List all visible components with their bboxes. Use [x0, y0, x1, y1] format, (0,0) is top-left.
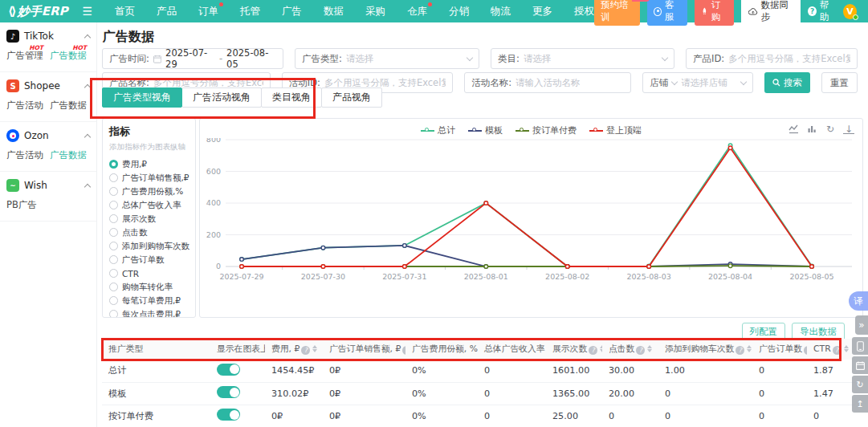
nav-item-distribution[interactable]: 分销	[449, 5, 469, 18]
nav-item-orders[interactable]: 订单	[198, 5, 218, 18]
bar-chart-icon[interactable]	[806, 124, 817, 135]
expand-chevron-tab[interactable]: »	[855, 315, 868, 335]
col-impressions[interactable]: 展示次数?	[546, 339, 602, 360]
metric-option-ad-orders[interactable]: 广告订单数	[109, 253, 189, 266]
legend-marker-icon	[468, 130, 482, 132]
nav-item-authorization[interactable]: 授权	[574, 5, 594, 18]
category-select[interactable]: 类目: 请选择	[491, 48, 674, 69]
sidebar-group-header-wish[interactable]: ∼ Wish	[0, 172, 96, 197]
metric-option-cost[interactable]: 费用,₽	[109, 157, 189, 171]
product-name-input[interactable]	[153, 77, 263, 88]
col-ad-order-sales[interactable]: 广告订单销售额, ₽?	[323, 339, 405, 360]
cell-promo-type: 按订单付费	[102, 405, 210, 427]
search-icon	[772, 79, 780, 87]
show-on-chart-toggle[interactable]	[217, 409, 240, 421]
product-id-input[interactable]	[728, 53, 850, 64]
show-on-chart-toggle[interactable]	[217, 386, 240, 398]
col-ad-orders[interactable]: 广告订单数?	[752, 339, 807, 360]
data-sync-button[interactable]: 数据同步	[741, 0, 801, 26]
upload-widget-icon[interactable]: ↥	[852, 395, 868, 413]
metric-option-add-to-cart[interactable]: 添加到购物车次数	[109, 239, 189, 253]
radio-icon	[109, 201, 118, 209]
sort-icon[interactable]	[844, 345, 849, 353]
metric-option-ctr[interactable]: CTR	[109, 266, 189, 280]
campaign-id-input[interactable]	[324, 77, 446, 88]
col-ctr[interactable]: CTR?	[807, 339, 855, 360]
search-button[interactable]: 搜索	[764, 72, 810, 93]
col-overall-ad-revenue-rate[interactable]: 总体广告收入率?	[478, 339, 546, 360]
col-clicks[interactable]: 点击数?	[602, 339, 658, 360]
metrics-title: 指标	[109, 124, 189, 139]
line-chart-icon[interactable]	[788, 124, 799, 135]
sort-icon[interactable]	[312, 345, 317, 353]
nav-item-home[interactable]: 首页	[115, 5, 135, 18]
legend-item[interactable]: 模板	[468, 124, 503, 136]
refresh-icon[interactable]: ↻	[825, 124, 836, 135]
service-button[interactable]: 客服	[647, 0, 687, 26]
sidebar-item-ozon-ad-data[interactable]: 广告数据	[48, 149, 92, 161]
app-logo[interactable]: ⟨⟩ 妙手ERP ☰	[0, 4, 92, 19]
svg-text:2025-08-05: 2025-08-05	[789, 272, 833, 281]
help-button[interactable]: ? 帮助	[808, 0, 836, 23]
sort-icon[interactable]	[747, 345, 752, 353]
sidebar-item-wish-pb-ads[interactable]: PB广告	[5, 199, 48, 211]
show-on-chart-toggle[interactable]	[217, 364, 240, 376]
ad-type-select[interactable]: 广告类型: 请选择	[295, 48, 479, 69]
metric-option-clicks[interactable]: 点击数	[109, 226, 189, 239]
sidebar-group-header-ozon[interactable]: Ozon	[0, 122, 96, 148]
reset-button[interactable]: 重置	[821, 72, 858, 93]
nav-item-warehouse[interactable]: 仓库	[407, 5, 427, 18]
col-ad-cost-share[interactable]: 广告费用份额, %?	[405, 339, 478, 360]
campaign-name-input[interactable]	[516, 77, 624, 88]
metric-option-cost-per-order[interactable]: 每笔订单费用,₽	[109, 294, 189, 307]
legend-item[interactable]: 登上顶端	[589, 124, 642, 136]
tab-ad-type-view[interactable]: 广告类型视角	[102, 87, 182, 108]
tab-ad-campaign-view[interactable]: 广告活动视角	[181, 87, 262, 108]
tab-category-view[interactable]: 类目视角	[261, 87, 322, 108]
date-from[interactable]: 2025-07-29	[165, 48, 215, 69]
col-add-to-cart[interactable]: 添加到购物车次数?	[658, 339, 752, 360]
sidebar-item-ozon-ad-campaign[interactable]: 广告活动	[5, 149, 48, 161]
sort-icon[interactable]	[600, 345, 602, 353]
nav-item-purchase[interactable]: 采购	[365, 5, 385, 18]
nav-item-ads[interactable]: 广告	[282, 5, 302, 18]
nav-item-more[interactable]: 更多	[532, 5, 552, 18]
sidebar-item-tiktok-ad-data[interactable]: 广告数据 HOT	[48, 50, 92, 62]
metric-option-impressions[interactable]: 展示次数	[109, 212, 189, 226]
sidebar-item-shopee-ad-campaign[interactable]: 广告活动	[5, 100, 48, 112]
tab-product-view[interactable]: 产品视角	[321, 87, 382, 108]
calendar-icon	[153, 55, 161, 63]
metric-option-cart-conversion[interactable]: 购物车转化率	[109, 280, 189, 294]
sort-icon[interactable]	[647, 345, 652, 353]
col-cost[interactable]: 费用, ₽?	[265, 339, 323, 360]
calendar-widget-icon[interactable]	[852, 356, 868, 374]
legend-item[interactable]: 总计	[421, 124, 455, 136]
shop-select[interactable]: 店铺 请选择店铺	[642, 72, 753, 93]
sidebar-group-header-shopee[interactable]: S Shopee	[0, 72, 96, 98]
training-button[interactable]: 预约培训 免费	[594, 0, 640, 26]
question-icon: ?	[808, 6, 817, 16]
hot-badge: HOT	[29, 44, 43, 51]
radio-icon	[109, 187, 118, 196]
avatar[interactable]: V	[843, 4, 857, 19]
mobile-icon[interactable]	[852, 337, 868, 355]
nav-item-data[interactable]: 数据	[324, 5, 344, 18]
legend-item[interactable]: 按订单付费	[516, 124, 577, 136]
nav-item-logistics[interactable]: 物流	[491, 5, 511, 18]
nav-actions: 预约培训 免费 客服 订购 数据同步 ? 帮助 V	[594, 0, 868, 26]
metric-option-ad-order-sales[interactable]: 广告订单销售额,₽	[109, 171, 189, 185]
date-to[interactable]: 2025-08-05	[226, 48, 276, 69]
sidebar-item-tiktok-ad-manage[interactable]: 广告管理 HOT	[5, 50, 48, 62]
sidebar-item-shopee-ad-data[interactable]: 广告数据	[48, 100, 92, 112]
translate-button[interactable]: 译	[849, 291, 868, 311]
nav-item-products[interactable]: 产品	[157, 5, 177, 18]
ad-time-filter[interactable]: 广告时间: 2025-07-29 - 2025-08-05	[102, 48, 283, 69]
metric-option-cost-per-click[interactable]: 每次点击费用,₽	[109, 307, 189, 318]
order-button[interactable]: 订购	[695, 0, 734, 26]
metric-option-overall-ad-revenue-rate[interactable]: 总体广告收入率	[109, 198, 189, 212]
metric-option-ad-cost-share[interactable]: 广告费用份额,%	[109, 185, 189, 198]
hamburger-icon[interactable]: ☰	[83, 5, 93, 18]
nav-item-hosting[interactable]: 托管	[240, 5, 260, 18]
download-icon[interactable]: ↓	[843, 124, 854, 134]
refresh-widget-icon[interactable]: ↻	[852, 376, 868, 393]
